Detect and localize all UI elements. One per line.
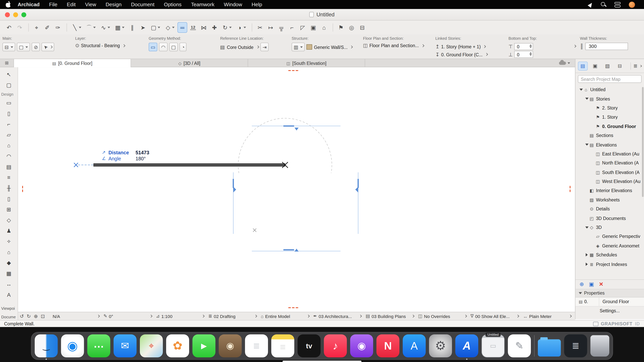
navigator-scrollbar[interactable] [642,87,644,197]
safari-dock-icon[interactable]: ◉ [61,334,84,357]
selection-combo[interactable]: ▢ [17,43,30,51]
menu-item[interactable]: Edit [67,1,76,7]
chevron-down-icon[interactable] [568,62,570,64]
railing-tool[interactable]: ╫ [0,183,18,193]
tab-overview-button[interactable]: ⊞ [0,59,14,67]
music-dock-icon[interactable]: ♪ [324,334,347,357]
arrow-tool[interactable]: ↖ [0,69,18,80]
status-na-combo[interactable]: N/A [49,314,102,319]
floorplan-combo[interactable]: ◫ Floor Plan and Section... [363,43,424,48]
rotate-combo[interactable]: ↻ [220,22,234,33]
document-stack-dock-icon[interactable]: ≣ [564,334,587,357]
multiply-icon[interactable]: ▣ [308,22,318,33]
minimized-untitled-window[interactable]: Untitled ▭ [482,334,504,357]
control-center-icon[interactable] [614,2,620,7]
tree-row[interactable]: ▤ Elevations [575,140,644,149]
menu-item[interactable]: Design [106,1,122,7]
graphic-override-combo[interactable]: ◫ No Overrides [416,314,468,319]
wall-thickness-input[interactable]: 300 [585,43,628,50]
zoom-in-icon[interactable]: ⊕ [34,313,38,319]
photo-booth-dock-icon[interactable]: ◉ [219,334,242,357]
guide-lines-icon[interactable]: ∥ [127,22,137,33]
tree-row[interactable]: ▨ Worksheets [575,195,644,204]
news-dock-icon[interactable]: N [376,334,400,357]
door-tool[interactable]: ▯ [0,193,18,204]
tree-row[interactable]: ▤ Stories [575,94,644,103]
chained-wall-chip[interactable]: ▢ [169,43,178,51]
pick-up-parameters-icon[interactable]: ✐ [42,22,52,33]
tree-row[interactable]: ⌂ Untitled [575,85,644,94]
cloud-sync-icon[interactable] [559,61,566,65]
menu-item[interactable]: View [85,1,96,7]
menu-item[interactable]: Window [224,1,242,7]
renovation-filter-combo[interactable]: ∇ 00 Show All Ele... [468,314,521,319]
tab-ground-floor[interactable]: ▤[0. Ground Floor] [14,59,131,67]
slab-tool[interactable]: ▱ [0,129,18,140]
offset-stepper[interactable]: 0 [514,43,534,50]
worksheet-icon[interactable]: ⊟ [357,22,367,33]
offset-stepper[interactable]: 0 [514,51,534,58]
curtain-wall-tool[interactable]: ▤ [0,161,18,172]
add-viewpoint-button[interactable]: ⊕ [580,281,584,287]
adjust-icon[interactable]: ↦ [266,22,276,33]
tree-row[interactable]: ◰ 3D Documents [575,214,644,223]
photos-dock-icon[interactable]: ✿ [166,334,189,357]
find-select-icon[interactable]: ⌖ [32,22,42,33]
bottom-link-row[interactable]: ↧ 0. Ground Floor (C... [435,50,488,58]
default-settings-combo[interactable]: ➤ [42,43,54,51]
drag-icon[interactable]: ✚ [210,22,220,33]
line-tool-combo[interactable]: ╲ [70,22,83,33]
morph-tool[interactable]: ◆ [0,257,18,268]
tree-row[interactable]: ◫ North Elevation (A [575,158,644,168]
tree-row[interactable]: ▱ Generic Perspectiv [575,232,644,241]
infobox-overflow-chevron[interactable] [574,45,576,47]
layout-book-icon[interactable]: ▧ [602,61,612,70]
elevation-marker-icon[interactable]: ⌂ [319,22,329,33]
tree-row[interactable]: ⚑ 2. Story [575,103,644,112]
object-tool[interactable]: ♟ [0,225,18,236]
fillet-icon[interactable]: ⌐ [287,22,297,33]
menu-item[interactable]: Help [252,1,262,7]
partial-structure-combo[interactable]: ⌂ Entire Model [259,314,311,319]
tv-dock-icon[interactable]: tv [298,334,321,357]
tree-chevron-icon[interactable] [584,226,589,229]
grid-snap-combo[interactable]: ▦ [113,22,126,33]
properties-header[interactable]: Properties [575,289,644,297]
orientation-combo[interactable]: ✎ 0° [102,314,154,319]
structure-combo[interactable]: ▥ Generic Wall/S... [292,43,352,51]
resize-icon[interactable]: ◸ [298,22,308,33]
toolbar-separator[interactable] [333,23,333,31]
messages-dock-icon[interactable]: … [87,334,110,357]
model-view-combo[interactable]: ▤ 03 Building Plans [364,314,416,319]
dimension-icon[interactable]: 12 [188,22,198,33]
finder-dock-icon[interactable]: ‿ [35,334,58,357]
text-tool[interactable]: A [0,289,18,300]
project-map-icon[interactable]: ▤ [578,61,588,70]
project-map-search-input[interactable] [578,75,642,83]
straight-wall-chip[interactable]: ▭ [148,43,158,51]
view-map-icon[interactable]: ▣ [590,61,600,70]
trim-icon[interactable]: ✂ [255,22,265,33]
marker-icon[interactable]: ⚑ [336,22,346,33]
spotlight-search-icon[interactable] [601,2,606,7]
close-window-button[interactable] [5,12,10,17]
top-link-row[interactable]: ↥ 1. Story (Home + 1) [435,43,488,50]
shell-tool[interactable]: ◠ [0,151,18,161]
organizer-menu-button[interactable]: ≣ [633,63,642,69]
minimize-window-button[interactable] [13,12,18,17]
floor-plan-canvas[interactable]: ↗ Distance 51473 ∠ Angle 180° [18,67,575,312]
dock-divider[interactable] [534,335,534,357]
tree-chevron-icon[interactable] [584,144,589,146]
detail-icon[interactable]: ◎ [346,22,356,33]
delete-viewpoint-button[interactable]: ✕ [599,281,604,287]
tree-chevron-icon[interactable] [584,262,589,266]
scale-combo[interactable]: ⊿ 1:100 [154,314,206,319]
cursor-snap-icon[interactable]: ➤ [138,22,148,33]
favorites-combo[interactable]: ⊟ [2,43,15,51]
menu-item[interactable]: Options [164,1,182,7]
tree-row[interactable]: ◇ 3D [575,223,644,232]
tree-row[interactable]: ⚑ 0. Ground Floor [575,122,644,131]
tree-row[interactable]: ◫ West Elevation (Au [575,177,644,186]
maps-dock-icon[interactable]: ⌖ [140,334,163,357]
notes-dock-icon[interactable]: ≡ [271,334,294,357]
